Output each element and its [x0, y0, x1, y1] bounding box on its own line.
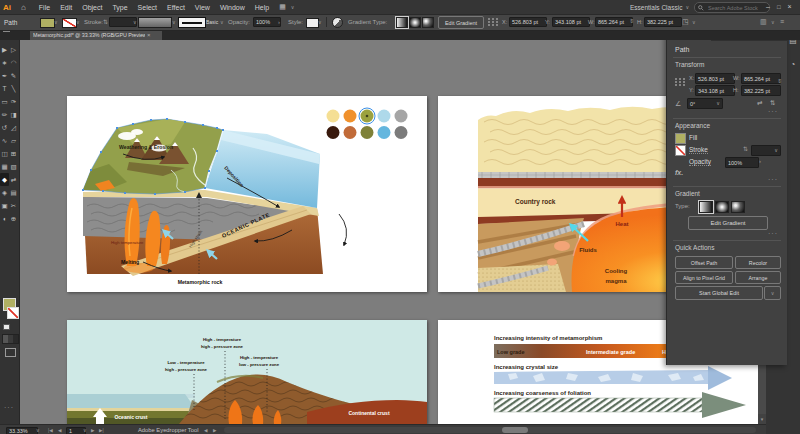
palette-swatch[interactable]	[327, 126, 340, 139]
palette-swatch[interactable]	[327, 110, 340, 123]
palette-swatch[interactable]	[344, 110, 357, 123]
stroke-stepper[interactable]: ⇅	[103, 19, 108, 25]
menu-file[interactable]: File	[34, 0, 55, 14]
fill-swatch[interactable]	[40, 18, 55, 28]
palette-swatch[interactable]	[344, 126, 357, 139]
stroke-weight-dropdown[interactable]: ∨	[751, 145, 781, 156]
fill-chevron[interactable]: ∨	[54, 20, 58, 25]
pen-tool[interactable]: ✒	[0, 69, 9, 82]
close-button[interactable]: ×	[788, 3, 792, 10]
canvas[interactable]: Weathering & Erosion Deposition OCEANIC …	[19, 40, 766, 424]
oceanic-crust-label[interactable]: Oceanic crust	[114, 414, 147, 420]
width-tool[interactable]: ∿	[0, 134, 9, 147]
panel-extra-icon[interactable]: ▥	[760, 18, 767, 26]
intensity-heading[interactable]: Increasing intensity of metamorphism	[494, 335, 602, 341]
transform-options-icon[interactable]: ◳	[682, 18, 689, 26]
menu-effect[interactable]: Effect	[162, 0, 190, 14]
type-tool[interactable]: T	[0, 82, 9, 95]
gradient-radial-button[interactable]	[409, 17, 421, 28]
recolor-artwork-icon[interactable]	[332, 17, 343, 28]
x-field[interactable]: 526.803 pt	[509, 17, 547, 27]
zone-center-label-2[interactable]: high - pressure zone	[201, 344, 244, 349]
menu-select[interactable]: Select	[133, 0, 162, 14]
scroll-right-icon[interactable]: ▶	[213, 426, 216, 434]
arrange-documents-chevron[interactable]: ∨	[291, 5, 295, 10]
heat-label[interactable]: Heat	[615, 221, 628, 227]
blend-tool[interactable]: ⇄	[9, 173, 18, 186]
minimize-button[interactable]: –	[766, 3, 770, 10]
artboard-3[interactable]: High - temperature high - pressure zone …	[67, 320, 427, 424]
menu-object[interactable]: Object	[77, 0, 107, 14]
free-transform-tool[interactable]: ▱	[9, 134, 18, 147]
palette-swatch[interactable]	[395, 110, 408, 123]
gradient-tool[interactable]: ▧	[9, 160, 18, 173]
gradient-linear-button[interactable]	[396, 17, 408, 28]
low-grade-label[interactable]: Low grade	[497, 349, 525, 355]
zoom-level-field[interactable]: 33.33%	[6, 427, 38, 434]
menu-help[interactable]: Help	[250, 0, 274, 14]
toolbar-stroke-swatch[interactable]	[7, 307, 19, 319]
reference-point-selector[interactable]	[675, 78, 686, 86]
start-global-edit-button[interactable]: Start Global Edit	[675, 286, 763, 300]
align-pixel-grid-button[interactable]: Align to Pixel Grid	[675, 271, 733, 284]
gradient-more-options[interactable]: ···	[768, 230, 778, 237]
artboard-chevron[interactable]: ∨	[83, 426, 87, 434]
rotate-tool[interactable]: ↺	[0, 121, 9, 134]
fluids-label[interactable]: Fluids	[579, 247, 597, 253]
appearance-fill-swatch[interactable]	[675, 133, 686, 144]
hand-tool[interactable]: ◖	[0, 212, 9, 225]
flip-vertical-icon[interactable]: ⇅	[770, 99, 775, 107]
eraser-tool[interactable]: ◨	[9, 108, 18, 121]
zone-center-label-1[interactable]: High - temperature	[203, 337, 242, 342]
artboard-1[interactable]: Weathering & Erosion Deposition OCEANIC …	[67, 96, 427, 292]
shape-builder-tool[interactable]: ◫	[0, 147, 9, 160]
crystal-heading[interactable]: Increasing crystal size	[494, 364, 559, 370]
stroke-chevron[interactable]: ∨	[76, 20, 80, 25]
line-segment-tool[interactable]: ╲	[9, 82, 18, 95]
panel-w-field[interactable]: 865.264 pt	[741, 73, 781, 84]
rotate-angle-field[interactable]: 0°∨	[687, 98, 723, 109]
zoom-chevron[interactable]: ∨	[36, 426, 40, 434]
panel-menu-icon[interactable]: ≡	[780, 18, 784, 25]
eyedropper-tool[interactable]: ◆	[0, 173, 9, 186]
stock-search[interactable]	[694, 2, 770, 13]
prev-artboard-icon[interactable]: ◀	[58, 426, 61, 434]
screen-mode-button[interactable]	[5, 348, 16, 357]
y-field[interactable]: 343.108 pt	[552, 17, 590, 27]
style-chevron[interactable]: ∨	[318, 20, 322, 25]
menu-view[interactable]: View	[190, 0, 215, 14]
stroke-weight-stepper[interactable]: ⇅	[743, 146, 748, 152]
panel-gradient-freeform-button[interactable]	[731, 201, 745, 213]
zone-right-label-1[interactable]: High - temperature	[240, 355, 279, 360]
last-artboard-icon[interactable]: ▶|	[99, 426, 104, 434]
high-temperature-label[interactable]: High temperature	[111, 240, 144, 245]
paintbrush-tool[interactable]: ✑	[9, 95, 18, 108]
panel-h-field[interactable]: 382.225 pt	[741, 85, 781, 96]
appearance-more-options[interactable]: ···	[768, 176, 778, 183]
panel-link-icon[interactable]: ∞	[777, 79, 783, 83]
palette-swatch[interactable]	[378, 110, 391, 123]
zoom-tool[interactable]: ⊕	[9, 212, 18, 225]
horizontal-scrollbar-thumb[interactable]	[502, 427, 528, 433]
scroll-left-icon[interactable]: ◀	[204, 426, 207, 434]
offset-path-button[interactable]: Offset Path	[675, 256, 733, 269]
direct-selection-tool[interactable]: ▷	[9, 43, 18, 56]
weathering-label[interactable]: Weathering & Erosion	[119, 144, 173, 150]
flip-horizontal-icon[interactable]: ⇄	[757, 99, 762, 107]
appearance-stroke-swatch[interactable]	[675, 145, 686, 156]
w-field[interactable]: 865.264 pt	[595, 17, 633, 27]
selection-tool[interactable]: ▶	[0, 43, 9, 56]
panel-gradient-radial-button[interactable]	[715, 201, 729, 213]
recolor-button[interactable]: Recolor	[735, 256, 781, 269]
panel-extra-chevron[interactable]: ∨	[771, 20, 775, 25]
curvature-tool[interactable]: ✎	[9, 69, 18, 82]
metamorphic-rock-label[interactable]: Metamorphic rock	[178, 279, 223, 285]
default-swatches-icon[interactable]	[3, 324, 10, 330]
arrange-documents-icon[interactable]: ▦	[274, 0, 291, 14]
slice-tool[interactable]: ✂	[9, 199, 18, 212]
reference-point-icon[interactable]	[488, 18, 499, 26]
arrange-button[interactable]: Arrange	[735, 271, 781, 284]
transform-more-options[interactable]: ···	[768, 108, 778, 115]
dock-color-icon[interactable]: ◔	[787, 58, 799, 70]
palette-swatch[interactable]	[395, 126, 408, 139]
